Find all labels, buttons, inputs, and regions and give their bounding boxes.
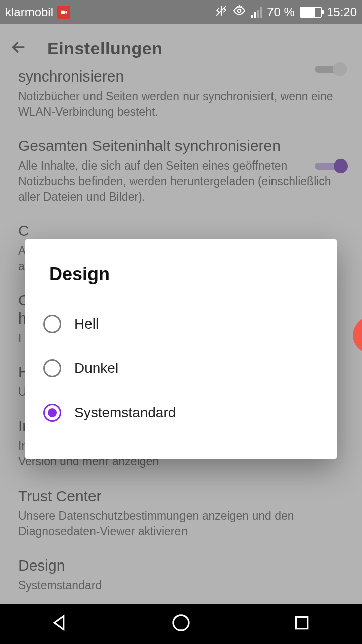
battery-icon (300, 7, 322, 18)
dialog-title: Design (49, 264, 313, 285)
radio-icon (43, 404, 61, 422)
eye-icon (233, 4, 246, 20)
svg-point-2 (238, 9, 241, 13)
svg-rect-0 (61, 11, 65, 14)
nav-back-icon[interactable] (50, 613, 70, 635)
radio-option-dunkel[interactable]: Dunkel (43, 346, 319, 390)
signal-icon (251, 7, 262, 18)
screen-record-icon (57, 6, 70, 19)
radio-option-hell[interactable]: Hell (43, 302, 319, 346)
navigation-bar (0, 604, 362, 644)
nav-home-icon[interactable] (171, 613, 191, 635)
app-surface: Einstellungen synchronisieren Notizbüche… (0, 24, 362, 604)
svg-rect-9 (296, 617, 307, 628)
radio-icon (43, 315, 61, 333)
radio-icon (43, 359, 61, 377)
svg-line-3 (237, 6, 238, 7)
radio-label: Dunkel (74, 360, 118, 376)
radio-label: Systemstandard (74, 405, 176, 421)
nav-recent-icon[interactable] (292, 613, 312, 635)
radio-label: Hell (74, 316, 99, 332)
carrier-label: klarmobil (5, 5, 53, 19)
design-dialog: Design Hell Dunkel Systemstandard (25, 239, 337, 459)
radio-option-systemstandard[interactable]: Systemstandard (43, 390, 319, 435)
battery-pct: 70 % (267, 5, 295, 19)
mute-icon (215, 4, 228, 20)
status-bar: klarmobil 70 % 15:20 (0, 0, 362, 24)
svg-marker-7 (54, 616, 63, 630)
svg-point-8 (173, 615, 189, 630)
clock-label: 15:20 (327, 5, 357, 19)
svg-line-4 (241, 6, 241, 7)
device-screen: klarmobil 70 % 15:20 Einstellungen (0, 0, 362, 644)
